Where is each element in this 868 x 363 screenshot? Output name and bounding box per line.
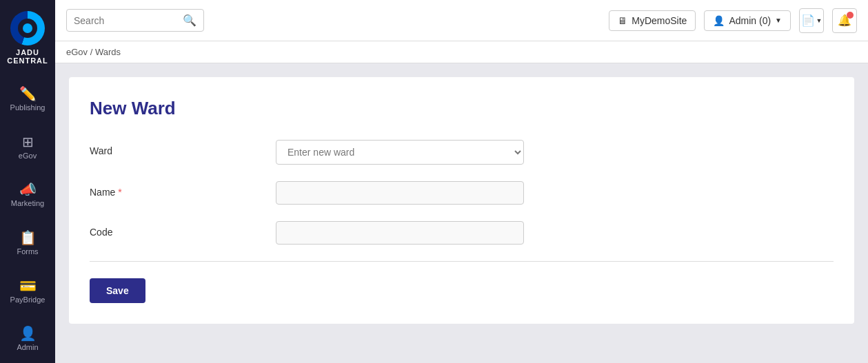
- egov-icon: ⊞: [22, 135, 34, 149]
- breadcrumb-wards: Wards: [95, 47, 121, 57]
- sidebar-item-admin[interactable]: 👤 Admin: [0, 315, 55, 363]
- code-row: Code: [90, 221, 834, 245]
- search-input[interactable]: [74, 15, 177, 26]
- breadcrumb-egov[interactable]: eGov: [66, 47, 88, 57]
- sidebar-label-forms: Forms: [17, 247, 38, 256]
- page-title: New Ward: [90, 98, 834, 119]
- admin-nav-icon: 👤: [19, 326, 37, 340]
- logo-inner: [18, 19, 37, 38]
- ward-field: Enter new ward: [276, 140, 524, 165]
- sidebar-label-publishing: Publishing: [10, 103, 46, 112]
- form-card: New Ward Ward Enter new ward Name *: [69, 77, 854, 324]
- main-area: 🔍 🖥 MyDemoSite 👤 Admin (0) ▼ 📄 ▼ 🔔 eGov …: [55, 0, 868, 363]
- sidebar-label-admin: Admin: [17, 343, 38, 351]
- admin-label: Admin (0): [729, 15, 771, 26]
- publishing-icon: ✏️: [19, 87, 37, 101]
- header: 🔍 🖥 MyDemoSite 👤 Admin (0) ▼ 📄 ▼ 🔔: [55, 0, 868, 41]
- sidebar: JADUCENTRAL ✏️ Publishing ⊞ eGov 📣 Marke…: [0, 0, 55, 363]
- documents-button[interactable]: 📄 ▼: [799, 8, 824, 33]
- chevron-down-icon: ▼: [775, 17, 782, 24]
- content-area: New Ward Ward Enter new ward Name *: [55, 63, 868, 363]
- site-icon: 🖥: [618, 15, 627, 26]
- ward-row: Ward Enter new ward: [90, 140, 834, 165]
- forms-icon: 📋: [19, 231, 37, 245]
- sidebar-logo: JADUCENTRAL: [0, 0, 55, 75]
- logo-dot: [23, 23, 32, 33]
- form-divider: [90, 261, 834, 262]
- sidebar-label-paybridge: PayBridge: [10, 295, 46, 304]
- sidebar-label-marketing: Marketing: [11, 199, 44, 207]
- ward-select[interactable]: Enter new ward: [276, 140, 524, 165]
- code-field: [276, 221, 524, 245]
- code-input[interactable]: [276, 221, 524, 245]
- sidebar-item-forms[interactable]: 📋 Forms: [0, 219, 55, 267]
- site-label: MyDemoSite: [632, 15, 687, 26]
- notification-badge: [847, 12, 854, 19]
- logo-text: JADUCENTRAL: [7, 48, 48, 65]
- search-box[interactable]: 🔍: [66, 9, 204, 32]
- admin-button[interactable]: 👤 Admin (0) ▼: [704, 10, 791, 31]
- sidebar-item-egov[interactable]: ⊞ eGov: [0, 123, 55, 172]
- site-button[interactable]: 🖥 MyDemoSite: [609, 10, 696, 31]
- sidebar-label-egov: eGov: [19, 152, 37, 160]
- name-input[interactable]: [276, 181, 524, 205]
- sidebar-item-paybridge[interactable]: 💳 PayBridge: [0, 267, 55, 315]
- paybridge-icon: 💳: [19, 279, 37, 293]
- sidebar-item-publishing[interactable]: ✏️ Publishing: [0, 75, 55, 123]
- logo-circle: [10, 11, 45, 45]
- marketing-icon: 📣: [19, 183, 37, 196]
- breadcrumb-separator: /: [90, 47, 95, 57]
- sidebar-item-marketing[interactable]: 📣 Marketing: [0, 172, 55, 220]
- documents-icon: 📄: [801, 14, 815, 27]
- notifications-button[interactable]: 🔔: [832, 8, 857, 33]
- ward-label: Ward: [90, 140, 262, 156]
- name-label: Name *: [90, 181, 262, 198]
- save-button[interactable]: Save: [90, 278, 145, 303]
- code-label: Code: [90, 221, 262, 238]
- name-field: [276, 181, 524, 205]
- chevron-down-icon-2: ▼: [816, 17, 822, 24]
- name-row: Name *: [90, 181, 834, 205]
- search-icon: 🔍: [183, 14, 196, 27]
- admin-user-icon: 👤: [713, 15, 725, 26]
- breadcrumb: eGov / Wards: [55, 41, 868, 63]
